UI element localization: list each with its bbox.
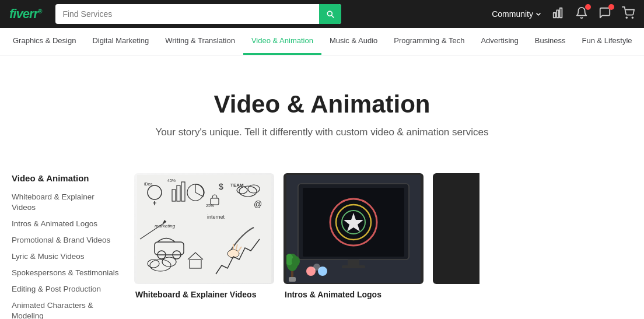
svg-text:$: $ [219, 182, 223, 191]
logo-text: fiverr [9, 6, 38, 21]
search-bar[interactable] [55, 4, 341, 24]
sidebar-item-promotional[interactable]: Promotional & Brand Videos [12, 236, 110, 244]
sidebar-item-spokespersons[interactable]: Spokespersons & Testimonials [12, 268, 119, 277]
cart-icon[interactable] [622, 6, 635, 22]
card-intros-label: Intros & Animated Logos [284, 290, 424, 299]
svg-text:TEAM: TEAM [230, 183, 244, 188]
svg-point-3 [626, 17, 627, 18]
logo-sup: ® [38, 8, 41, 15]
header-right: Community [492, 6, 635, 22]
nav-business[interactable]: Business [527, 28, 574, 55]
main-content: Video & Animation Whiteboard & Explainer… [0, 162, 644, 319]
list-item: Whiteboard & Explainer Videos [12, 191, 119, 212]
sidebar-item-intros[interactable]: Intros & Animated Logos [12, 219, 97, 228]
list-item: Editing & Post Production [12, 283, 119, 294]
whiteboard-illustration: iDea 45% $ TEAM marketing [137, 175, 271, 283]
card-whiteboard-label: Whiteboard & Explainer Videos [134, 290, 274, 299]
card-intros-image [284, 173, 424, 284]
sidebar-list: Whiteboard & Explainer Videos Intros & A… [12, 191, 119, 319]
sidebar-title: Video & Animation [12, 173, 119, 183]
list-item: Spokespersons & Testimonials [12, 267, 119, 278]
sidebar-item-animated[interactable]: Animated Characters & Modeling [12, 301, 93, 319]
svg-text:marketing: marketing [155, 223, 176, 229]
community-label: Community [492, 9, 533, 19]
community-button[interactable]: Community [492, 9, 541, 19]
list-item: Lyric & Music Videos [12, 251, 119, 261]
analytics-icon[interactable] [552, 6, 565, 22]
svg-text:iDea: iDea [144, 182, 153, 186]
card-whiteboard-image: iDea 45% $ TEAM marketing [134, 173, 274, 284]
list-item: Intros & Animated Logos [12, 218, 119, 229]
sidebar-item-whiteboard[interactable]: Whiteboard & Explainer Videos [12, 192, 94, 212]
search-icon [326, 9, 335, 19]
notification-icon[interactable] [575, 6, 588, 22]
svg-point-47 [313, 264, 320, 271]
sidebar-item-lyric[interactable]: Lyric & Music Videos [12, 252, 85, 261]
svg-rect-2 [560, 8, 562, 17]
notification-badge [585, 4, 591, 10]
nav-video-animation[interactable]: Video & Animation [243, 28, 321, 55]
nav-music-audio[interactable]: Music & Audio [321, 28, 386, 55]
svg-point-4 [632, 17, 633, 18]
list-item: Animated Characters & Modeling [12, 300, 119, 319]
cards-area: iDea 45% $ TEAM marketing [128, 162, 644, 319]
card-promo[interactable] [433, 173, 480, 319]
search-input[interactable] [55, 9, 319, 19]
nav-fun-lifestyle[interactable]: Fun & Lifestyle [574, 28, 640, 55]
messages-badge [608, 4, 614, 10]
svg-text:@: @ [254, 199, 262, 209]
svg-rect-0 [554, 13, 556, 17]
search-button[interactable] [319, 4, 341, 24]
hero-section: Video & Animation Your story's unique. T… [0, 55, 644, 162]
messages-icon[interactable] [598, 6, 611, 22]
svg-point-53 [292, 256, 300, 267]
svg-text:25%: 25% [206, 204, 214, 208]
nav-graphics-design[interactable]: Graphics & Design [5, 28, 84, 55]
svg-rect-54 [289, 277, 296, 282]
hero-title: Video & Animation [12, 90, 632, 118]
sidebar: Video & Animation Whiteboard & Explainer… [0, 162, 128, 319]
category-nav: Graphics & Design Digital Marketing Writ… [0, 28, 644, 55]
list-item: Promotional & Brand Videos [12, 234, 119, 245]
nav-advertising[interactable]: Advertising [473, 28, 526, 55]
chevron-down-icon [536, 11, 541, 17]
logo[interactable]: fiverr® [9, 6, 41, 22]
nav-digital-marketing[interactable]: Digital Marketing [84, 28, 157, 55]
svg-rect-49 [342, 265, 365, 268]
card-promo-image [433, 173, 480, 284]
svg-text:45%: 45% [167, 178, 176, 183]
header: fiverr® Community [0, 0, 644, 28]
nav-programming-tech[interactable]: Programming & Tech [386, 28, 473, 55]
svg-rect-48 [348, 260, 359, 265]
svg-rect-1 [556, 10, 559, 17]
nav-writing-translation[interactable]: Writing & Translation [157, 28, 243, 55]
intros-illustration [286, 175, 421, 283]
card-intros[interactable]: Intros & Animated Logos [284, 173, 424, 319]
sidebar-item-editing[interactable]: Editing & Post Production [12, 285, 101, 293]
card-whiteboard[interactable]: iDea 45% $ TEAM marketing [134, 173, 274, 319]
svg-text:internet: internet [207, 214, 225, 220]
hero-subtitle: Your story's unique. Tell it differently… [12, 127, 632, 138]
